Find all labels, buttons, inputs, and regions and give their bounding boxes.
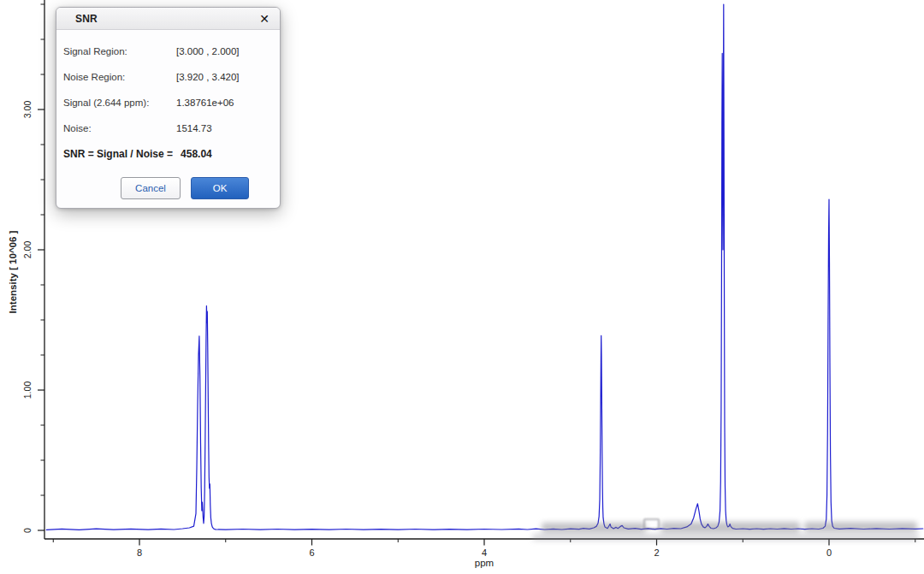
x-tick-label: 6 [309, 547, 314, 558]
snr-result-label: SNR = Signal / Noise = [63, 148, 173, 160]
noise-value: 1514.73 [176, 123, 212, 133]
dialog-body: Signal Region: [3.000 , 2.000] Noise Reg… [56, 30, 280, 199]
dialog-title: SNR [75, 13, 98, 25]
x-tick-label: 0 [826, 547, 832, 558]
signal-value-label: Signal (2.644 ppm): [63, 98, 176, 108]
signal-region-row: Signal Region: [3.000 , 2.000] [63, 38, 273, 64]
noise-region-value: [3.920 , 3.420] [176, 72, 240, 82]
y-axis-title: Intensity [ 10^06 ] [8, 230, 18, 313]
y-tick-label: 0 [22, 528, 33, 533]
dialog-titlebar[interactable]: SNR ✕ [56, 8, 280, 30]
noise-region-row: Noise Region: [3.920 , 3.420] [63, 64, 273, 90]
cancel-button[interactable]: Cancel [121, 177, 181, 199]
y-tick-label: 1.00 [22, 382, 33, 399]
noise-value-label: Noise: [63, 123, 176, 133]
snr-result-row: SNR = Signal / Noise = 458.04 [63, 141, 273, 167]
noise-region-label: Noise Region: [63, 72, 176, 82]
close-icon[interactable]: ✕ [259, 13, 270, 25]
dialog-button-row: Cancel OK [63, 177, 273, 199]
noise-value-row: Noise: 1514.73 [63, 115, 273, 141]
signal-value-row: Signal (2.644 ppm): 1.38761e+06 [63, 90, 273, 115]
x-axis-title: ppm [475, 558, 494, 568]
x-tick-label: 4 [482, 547, 487, 558]
snr-result-value: 458.04 [181, 148, 212, 160]
x-tick-label: 2 [654, 547, 659, 558]
snr-dialog: SNR ✕ Signal Region: [3.000 , 2.000] Noi… [56, 7, 281, 209]
signal-region-value: [3.000 , 2.000] [176, 46, 240, 56]
y-tick-label: 3.00 [22, 101, 33, 119]
signal-value: 1.38761e+06 [176, 98, 234, 108]
y-tick-label: 2.00 [22, 241, 33, 259]
x-tick-label: 8 [137, 547, 142, 558]
ok-button[interactable]: OK [191, 177, 249, 199]
signal-region-label: Signal Region: [63, 46, 176, 56]
